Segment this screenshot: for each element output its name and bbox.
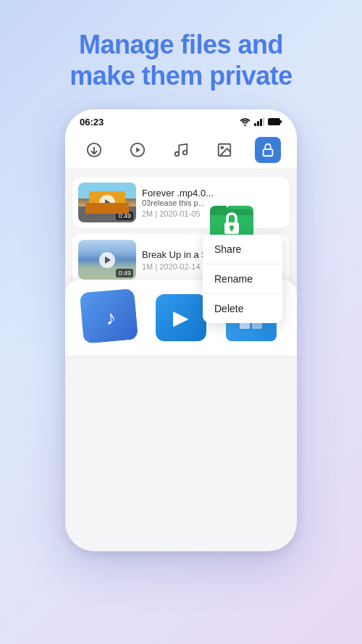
svg-rect-1 <box>254 123 256 126</box>
bottom-music-icon[interactable]: ♪ <box>84 292 138 343</box>
headline: Manage files and make them private <box>48 0 314 106</box>
status-time: 06:23 <box>80 117 104 127</box>
duration-1: 0:49 <box>116 212 133 220</box>
thumbnail-1: 0:49 <box>78 183 136 222</box>
thumbnail-2: 0:49 <box>78 240 136 280</box>
duration-2: 0:49 <box>116 269 133 277</box>
bottom-video-icon[interactable]: ▶ <box>156 294 206 341</box>
svg-rect-16 <box>231 227 233 231</box>
svg-rect-5 <box>269 118 280 125</box>
nav-music[interactable] <box>168 137 194 163</box>
svg-rect-2 <box>257 121 259 126</box>
svg-rect-4 <box>263 117 264 126</box>
music-symbol: ♪ <box>105 306 117 330</box>
status-bar: 06:23 <box>65 109 297 131</box>
play-button-1[interactable] <box>99 195 115 211</box>
nav-play[interactable] <box>125 137 151 163</box>
svg-point-12 <box>221 147 223 149</box>
phone-mockup: 06:23 <box>65 109 297 559</box>
context-share[interactable]: Share <box>203 235 282 264</box>
wifi-icon <box>240 117 251 127</box>
nav-image[interactable] <box>211 137 237 163</box>
play-button-2[interactable] <box>99 252 115 268</box>
content-area: 0:49 Forever .mp4.0... 03release this p.… <box>65 170 297 356</box>
svg-point-10 <box>183 151 188 155</box>
svg-rect-6 <box>280 120 282 123</box>
svg-rect-13 <box>264 149 273 156</box>
nav-lock[interactable] <box>255 137 281 163</box>
svg-rect-3 <box>260 119 262 126</box>
headline-line2: make them private <box>70 60 292 91</box>
context-menu: Share Rename Delete <box>203 235 282 323</box>
top-nav <box>65 131 297 170</box>
svg-point-0 <box>244 125 245 126</box>
battery-icon <box>268 117 282 127</box>
video-symbol: ▶ <box>173 306 189 330</box>
context-rename[interactable]: Rename <box>203 264 282 294</box>
svg-point-9 <box>175 152 180 156</box>
nav-download[interactable] <box>81 137 107 163</box>
context-delete[interactable]: Delete <box>203 294 282 323</box>
headline-line1: Manage files and <box>70 29 292 60</box>
signal-icon <box>254 117 264 127</box>
phone-frame: 06:23 <box>65 109 297 551</box>
status-icons <box>240 117 282 127</box>
